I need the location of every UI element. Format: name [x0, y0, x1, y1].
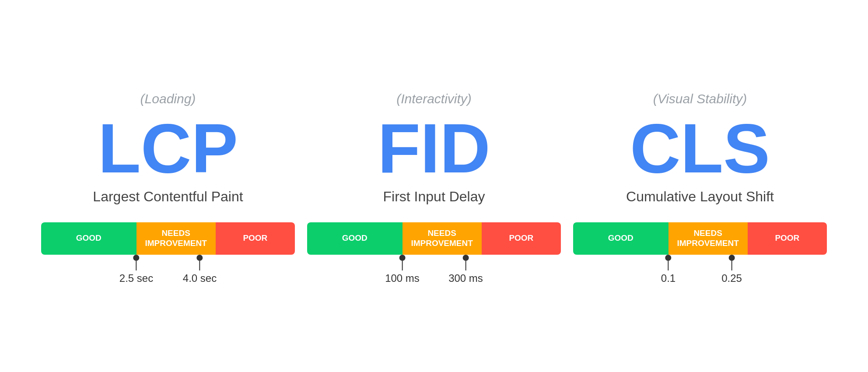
lcp-segment-label-good: GOOD: [76, 233, 102, 243]
lcp-full-name: Largest Contentful Paint: [93, 189, 243, 205]
cls-marker-value: 0.1: [661, 272, 676, 284]
fid-acronym: FID: [378, 113, 490, 183]
cls-segment-label-good: GOOD: [608, 233, 634, 243]
cls-marker-dot: [729, 255, 735, 261]
cls-marker-dot: [665, 255, 672, 261]
lcp-segment-needs: NEEDSIMPROVEMENT: [136, 222, 216, 255]
fid-segment-label-good: GOOD: [342, 233, 368, 243]
fid-marker: 100 ms: [385, 255, 420, 284]
cls-full-name: Cumulative Layout Shift: [626, 189, 774, 205]
cls-acronym: CLS: [630, 113, 770, 183]
fid-marker-line: [402, 261, 402, 270]
cls-marker: 0.1: [661, 255, 676, 284]
fid-marker-value: 100 ms: [385, 272, 420, 284]
cls-category-label: (Visual Stability): [653, 91, 747, 106]
cls-gauge: GOODNEEDSIMPROVEMENTPOOR0.10.25: [573, 222, 827, 281]
metric-card-cls: (Visual Stability)CLSCumulative Layout S…: [573, 91, 827, 281]
fid-marker-line: [465, 261, 466, 270]
lcp-gauge-bar: GOODNEEDSIMPROVEMENTPOOR: [41, 222, 295, 255]
cls-marker: 0.25: [721, 255, 742, 284]
lcp-marker-line: [136, 261, 136, 270]
fid-gauge: GOODNEEDSIMPROVEMENTPOOR100 ms300 ms: [307, 222, 561, 281]
lcp-acronym: LCP: [98, 113, 238, 183]
fid-category-label: (Interactivity): [396, 91, 472, 106]
cls-segment-good: GOOD: [573, 222, 668, 255]
cls-marker-line: [668, 261, 669, 270]
cls-markers: 0.10.25: [573, 255, 827, 281]
fid-full-name: First Input Delay: [383, 189, 485, 205]
lcp-marker: 2.5 sec: [119, 255, 153, 284]
cls-segment-label-poor: POOR: [775, 233, 799, 243]
lcp-marker-line: [199, 261, 200, 270]
fid-segment-needs: NEEDSIMPROVEMENT: [402, 222, 482, 255]
lcp-category-label: (Loading): [140, 91, 196, 106]
fid-marker-dot: [399, 255, 405, 261]
lcp-marker-value: 2.5 sec: [119, 272, 153, 284]
cls-segment-label-needs: NEEDSIMPROVEMENT: [677, 228, 738, 249]
cls-gauge-bar: GOODNEEDSIMPROVEMENTPOOR: [573, 222, 827, 255]
fid-markers: 100 ms300 ms: [307, 255, 561, 281]
lcp-marker-dot: [133, 255, 139, 261]
cls-marker-value: 0.25: [721, 272, 742, 284]
lcp-marker-value: 4.0 sec: [183, 272, 217, 284]
fid-segment-label-poor: POOR: [509, 233, 533, 243]
lcp-marker: 4.0 sec: [183, 255, 217, 284]
fid-segment-poor: POOR: [482, 222, 561, 255]
lcp-markers: 2.5 sec4.0 sec: [41, 255, 295, 281]
lcp-marker-dot: [196, 255, 203, 261]
fid-segment-label-needs: NEEDSIMPROVEMENT: [411, 228, 472, 249]
lcp-segment-label-needs: NEEDSIMPROVEMENT: [145, 228, 206, 249]
fid-marker-dot: [462, 255, 469, 261]
lcp-segment-poor: POOR: [216, 222, 295, 255]
lcp-segment-label-poor: POOR: [243, 233, 267, 243]
lcp-segment-good: GOOD: [41, 222, 136, 255]
metric-card-lcp: (Loading)LCPLargest Contentful PaintGOOD…: [41, 91, 295, 281]
cls-segment-needs: NEEDSIMPROVEMENT: [668, 222, 748, 255]
lcp-gauge: GOODNEEDSIMPROVEMENTPOOR2.5 sec4.0 sec: [41, 222, 295, 281]
metric-card-fid: (Interactivity)FIDFirst Input DelayGOODN…: [307, 91, 561, 281]
fid-marker-value: 300 ms: [448, 272, 483, 284]
cls-marker-line: [732, 261, 732, 270]
fid-gauge-bar: GOODNEEDSIMPROVEMENTPOOR: [307, 222, 561, 255]
cls-segment-poor: POOR: [748, 222, 827, 255]
fid-segment-good: GOOD: [307, 222, 402, 255]
main-container: (Loading)LCPLargest Contentful PaintGOOD…: [0, 91, 868, 281]
fid-marker: 300 ms: [448, 255, 483, 284]
